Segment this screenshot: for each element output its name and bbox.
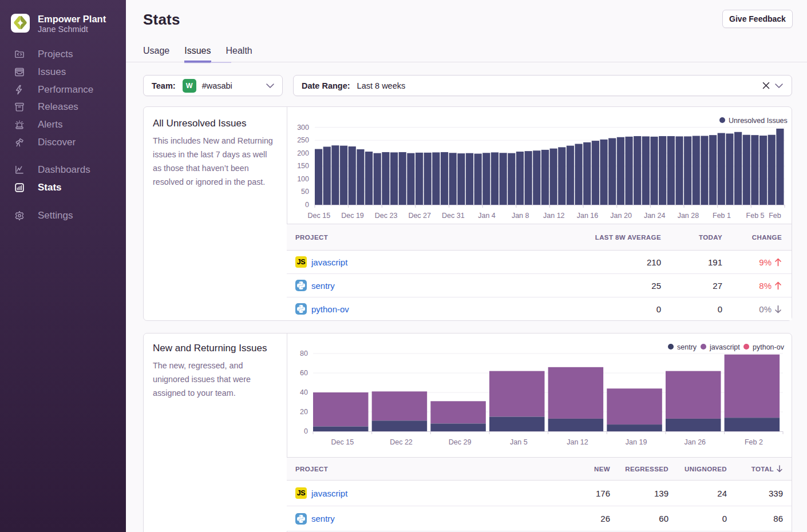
svg-text:javascript: javascript (709, 343, 740, 351)
svg-text:Feb 2: Feb 2 (745, 438, 763, 446)
svg-text:Unresolved Issues: Unresolved Issues (729, 117, 788, 125)
svg-text:Jan 8: Jan 8 (512, 212, 529, 220)
svg-text:60: 60 (300, 369, 308, 377)
svg-text:Feb 5: Feb 5 (746, 212, 765, 220)
svg-text:Feb 1: Feb 1 (713, 212, 731, 220)
svg-text:Jan 28: Jan 28 (678, 212, 699, 220)
svg-text:Dec 22: Dec 22 (390, 438, 413, 446)
svg-text:Jan 26: Jan 26 (685, 438, 706, 446)
svg-text:40: 40 (300, 388, 308, 396)
svg-text:python-ov: python-ov (753, 343, 785, 351)
svg-text:Feb: Feb (769, 212, 781, 220)
svg-text:20: 20 (300, 408, 308, 416)
svg-text:Jan 19: Jan 19 (626, 438, 647, 446)
svg-text:Jan 12: Jan 12 (567, 438, 588, 446)
svg-text:250: 250 (297, 136, 309, 144)
svg-text:Dec 31: Dec 31 (442, 212, 465, 220)
svg-text:Dec 15: Dec 15 (331, 438, 354, 446)
svg-text:Dec 19: Dec 19 (341, 212, 364, 220)
svg-text:Dec 29: Dec 29 (449, 438, 472, 446)
svg-text:Jan 16: Jan 16 (577, 212, 599, 220)
svg-text:100: 100 (297, 175, 309, 183)
svg-text:Jan 4: Jan 4 (478, 212, 496, 220)
svg-text:200: 200 (297, 149, 309, 157)
svg-text:Jan 20: Jan 20 (610, 212, 632, 220)
svg-text:Jan 12: Jan 12 (543, 212, 565, 220)
svg-text:0: 0 (305, 201, 309, 209)
svg-text:300: 300 (297, 124, 309, 132)
svg-text:Jan 24: Jan 24 (644, 212, 666, 220)
svg-text:80: 80 (300, 350, 308, 358)
svg-text:Jan 5: Jan 5 (510, 438, 528, 446)
svg-text:Dec 27: Dec 27 (408, 212, 431, 220)
svg-text:Dec 23: Dec 23 (375, 212, 398, 220)
svg-text:150: 150 (297, 162, 309, 170)
svg-text:Dec 15: Dec 15 (307, 212, 330, 220)
svg-text:50: 50 (301, 188, 309, 196)
svg-text:sentry: sentry (677, 343, 697, 351)
svg-text:0: 0 (304, 427, 308, 435)
